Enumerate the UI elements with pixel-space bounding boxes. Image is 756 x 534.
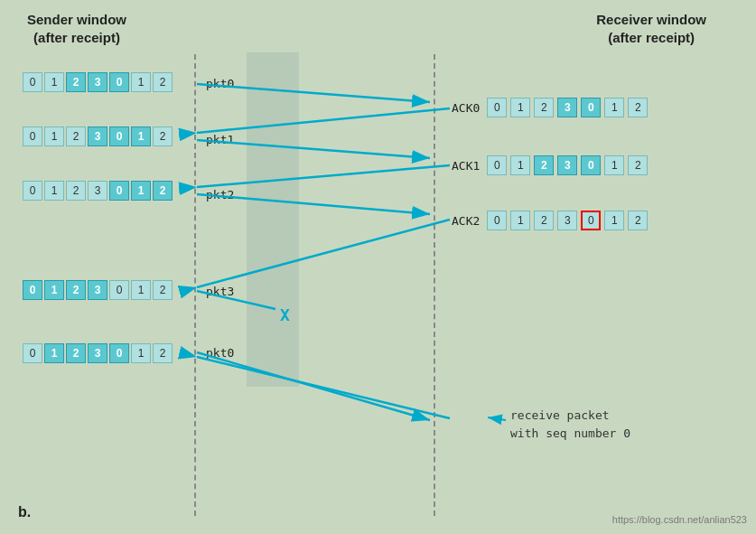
sender-row-5: 0 1 2 3 0 1 2 (23, 343, 173, 363)
svg-line-7 (197, 220, 450, 287)
sender-cell-highlighted: 3 (88, 343, 107, 363)
left-dotted-line (194, 54, 196, 516)
sender-cell: 2 (153, 126, 173, 146)
sender-cell: 2 (153, 343, 173, 363)
pkt3-label: pkt3 (206, 285, 234, 298)
recv-cell: 1 (510, 211, 530, 230)
recv-cell-highlighted: 2 (534, 155, 554, 175)
sender-cell: 1 (44, 126, 64, 146)
recv-cell: 2 (628, 211, 648, 230)
sender-cell: 2 (66, 126, 86, 146)
recv-cell: 0 (487, 211, 507, 230)
sender-row-1: 0 1 2 3 0 1 2 (23, 72, 173, 92)
receive-packet-text: receive packetwith seq number 0 (510, 407, 630, 442)
recv-cell: 0 (487, 155, 507, 175)
sender-title-text: Sender window (27, 12, 126, 27)
sender-cell: 0 (23, 126, 42, 146)
sender-cell-highlighted: 2 (66, 72, 86, 92)
recv-cell-red: 0 (581, 211, 601, 230)
svg-line-10 (197, 357, 450, 418)
recv-cell: 1 (510, 155, 530, 175)
svg-line-9 (197, 352, 430, 420)
sender-cell-highlighted: 2 (153, 181, 173, 201)
sender-cell: 1 (131, 280, 151, 300)
sender-cell-highlighted: 2 (66, 343, 86, 363)
sender-cell: 3 (88, 181, 107, 201)
pkt0-label: pkt0 (206, 77, 234, 90)
sender-subtitle-text: (after receipt) (33, 30, 120, 45)
b-label: b. (18, 504, 31, 520)
svg-line-5 (197, 108, 450, 133)
receiver-title-text: Receiver window (596, 12, 706, 27)
sender-cell: 0 (23, 343, 42, 363)
recv-cell: 0 (487, 98, 507, 117)
right-dotted-line (434, 54, 435, 516)
sender-cell-highlighted: 0 (109, 126, 129, 146)
recv-cell-highlighted: 3 (557, 155, 577, 175)
sender-cell-highlighted: 2 (66, 280, 86, 300)
receiver-subtitle-text: (after receipt) (608, 30, 695, 45)
sender-cell: 2 (66, 181, 86, 201)
sender-row-3: 0 1 2 3 0 1 2 (23, 181, 173, 201)
svg-line-6 (197, 165, 450, 187)
sender-cell-highlighted: 0 (109, 343, 129, 363)
recv-cell: 2 (534, 98, 554, 117)
recv-cell: 2 (628, 98, 648, 117)
sender-cell: 2 (153, 72, 173, 92)
sender-cell: 2 (153, 280, 173, 300)
sender-title: Sender window (after receipt) (27, 11, 126, 46)
pkt1-label: pkt1 (206, 133, 234, 146)
sender-row-2: 0 1 2 3 0 1 2 (23, 126, 173, 146)
sender-cell: 1 (131, 343, 151, 363)
sender-cell: 0 (109, 280, 129, 300)
sender-cell-highlighted: 0 (109, 181, 129, 201)
pkt0-resend-label: pkt0 (206, 346, 234, 360)
sender-cell: 1 (44, 72, 64, 92)
recv-cell: 2 (534, 211, 554, 230)
svg-line-11 (488, 417, 506, 420)
ack0-row: ACK0 0 1 2 3 0 1 2 (452, 98, 648, 117)
recv-cell: 1 (510, 98, 530, 117)
pkt2-label: pkt2 (206, 188, 234, 201)
recv-cell: 1 (604, 98, 624, 117)
recv-cell-highlighted: 0 (581, 155, 601, 175)
recv-cell-highlighted: 3 (557, 98, 577, 117)
sender-cell-highlighted: 1 (44, 280, 64, 300)
ack0-label: ACK0 (452, 101, 480, 115)
sender-cell-highlighted: 3 (88, 72, 107, 92)
glass-panel (246, 52, 300, 387)
ack2-row: ACK2 0 1 2 3 0 1 2 (452, 211, 648, 230)
sender-cell-highlighted: 1 (131, 126, 151, 146)
x-mark: X (280, 305, 290, 324)
sender-cell-highlighted: 3 (88, 126, 107, 146)
recv-cell: 1 (604, 155, 624, 175)
sender-cell: 1 (131, 72, 151, 92)
sender-cell-highlighted: 0 (23, 280, 42, 300)
main-container: Sender window (after receipt) Receiver w… (0, 0, 756, 534)
ack2-label: ACK2 (452, 214, 480, 228)
watermark: https://blog.csdn.net/anlian523 (612, 514, 747, 525)
sender-cell-highlighted: 0 (109, 72, 129, 92)
ack1-row: ACK1 0 1 2 3 0 1 2 (452, 155, 648, 175)
sender-cell-highlighted: 3 (88, 280, 107, 300)
recv-cell: 2 (628, 155, 648, 175)
ack1-label: ACK1 (452, 159, 480, 173)
sender-cell: 0 (23, 181, 42, 201)
sender-cell: 0 (23, 72, 42, 92)
sender-cell-highlighted: 1 (44, 343, 64, 363)
recv-cell-highlighted: 0 (581, 98, 601, 117)
receiver-title: Receiver window (after receipt) (596, 11, 706, 46)
recv-cell: 3 (557, 211, 577, 230)
recv-cell: 1 (604, 211, 624, 230)
sender-cell-highlighted: 1 (131, 181, 151, 201)
sender-cell: 1 (44, 181, 64, 201)
sender-row-4: 0 1 2 3 0 1 2 (23, 280, 173, 300)
